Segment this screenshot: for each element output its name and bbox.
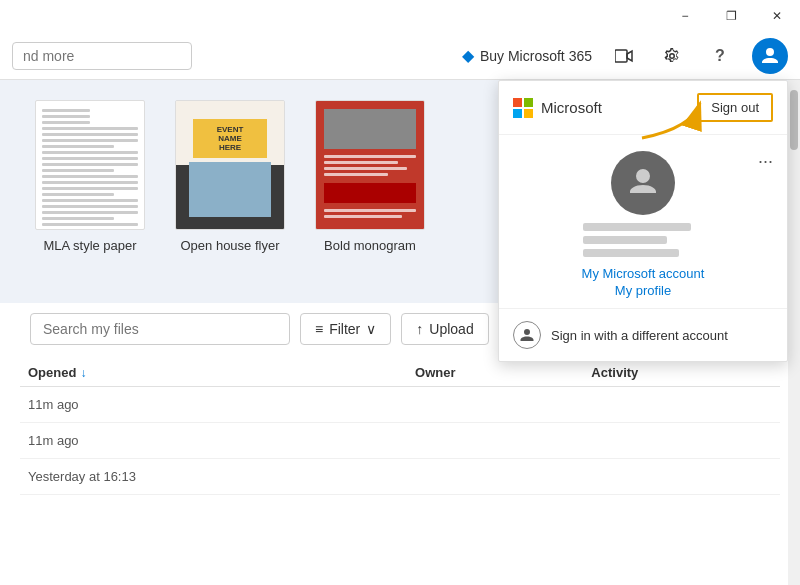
files-table: Opened ↓ Owner Activity 11m ago 11m ago [20,359,780,495]
help-icon-button[interactable]: ? [704,40,736,72]
cell-owner-1 [407,387,583,423]
buy-label: Buy Microsoft 365 [480,48,592,64]
cell-activity-3 [583,459,780,495]
signin-icon [513,321,541,349]
my-account-link[interactable]: My Microsoft account [582,266,705,281]
template-mla-label: MLA style paper [43,238,136,253]
user-avatar-button[interactable] [752,38,788,74]
sign-out-button[interactable]: Sign out [697,93,773,122]
profile-links: My Microsoft account My profile [582,266,705,298]
template-flyer-thumb: EVENTNAMEHERE [175,100,285,230]
template-flyer-label: Open house flyer [180,238,279,253]
video-icon-button[interactable] [608,40,640,72]
microsoft-logo [513,98,533,118]
my-profile-link[interactable]: My profile [615,283,671,298]
scrollbar-thumb[interactable] [790,90,798,150]
template-monogram[interactable]: Bold monogram [310,100,430,253]
cell-owner-2 [407,423,583,459]
settings-icon-button[interactable] [656,40,688,72]
minimize-button[interactable]: − [662,0,708,32]
title-bar: − ❐ ✕ [0,0,800,32]
table-row: 11m ago [20,387,780,423]
filter-icon: ≡ [315,321,323,337]
col-owner: Owner [407,359,583,387]
more-options-icon[interactable]: ··· [758,151,773,172]
signin-different-account[interactable]: Sign in with a different account [499,309,787,361]
col-activity: Activity [583,359,780,387]
buy-microsoft-button[interactable]: ◆ Buy Microsoft 365 [462,46,592,65]
col-opened[interactable]: Opened ↓ [20,359,407,387]
filter-label: Filter [329,321,360,337]
restore-button[interactable]: ❐ [708,0,754,32]
cell-activity-1 [583,387,780,423]
cell-opened-1: 11m ago [20,387,407,423]
cell-activity-2 [583,423,780,459]
profile-avatar [611,151,675,215]
svg-rect-0 [615,50,627,62]
flyer-yellow-box: EVENTNAMEHERE [193,119,267,158]
account-profile: My Microsoft account My profile ··· [499,135,787,309]
filter-chevron-icon: ∨ [366,321,376,337]
account-dropdown: Microsoft Sign out My Microsoft account … [498,80,788,362]
dropdown-header: Microsoft Sign out [499,81,787,135]
scrollbar-track[interactable] [788,80,800,585]
nav-right: ◆ Buy Microsoft 365 ? [462,38,788,74]
signin-different-label: Sign in with a different account [551,328,728,343]
upload-icon: ↑ [416,321,423,337]
flyer-image [189,162,272,217]
cell-owner-3 [407,459,583,495]
table-row: Yesterday at 16:13 [20,459,780,495]
sort-arrow-icon: ↓ [80,366,86,380]
table-row: 11m ago [20,423,780,459]
filter-button[interactable]: ≡ Filter ∨ [300,313,391,345]
title-bar-controls: − ❐ ✕ [662,0,800,32]
profile-name-placeholder [583,223,703,262]
microsoft-label: Microsoft [541,99,602,116]
nav-bar: ◆ Buy Microsoft 365 ? [0,32,800,80]
diamond-icon: ◆ [462,46,474,65]
template-mla[interactable]: MLA style paper [30,100,150,253]
close-button[interactable]: ✕ [754,0,800,32]
upload-button[interactable]: ↑ Upload [401,313,488,345]
search-files-input[interactable] [30,313,290,345]
template-monogram-label: Bold monogram [324,238,416,253]
cell-opened-3: Yesterday at 16:13 [20,459,407,495]
nav-search-input[interactable] [12,42,192,70]
template-monogram-thumb [315,100,425,230]
cell-opened-2: 11m ago [20,423,407,459]
template-flyer[interactable]: EVENTNAMEHERE Open house flyer [170,100,290,253]
template-mla-thumb [35,100,145,230]
upload-label: Upload [429,321,473,337]
